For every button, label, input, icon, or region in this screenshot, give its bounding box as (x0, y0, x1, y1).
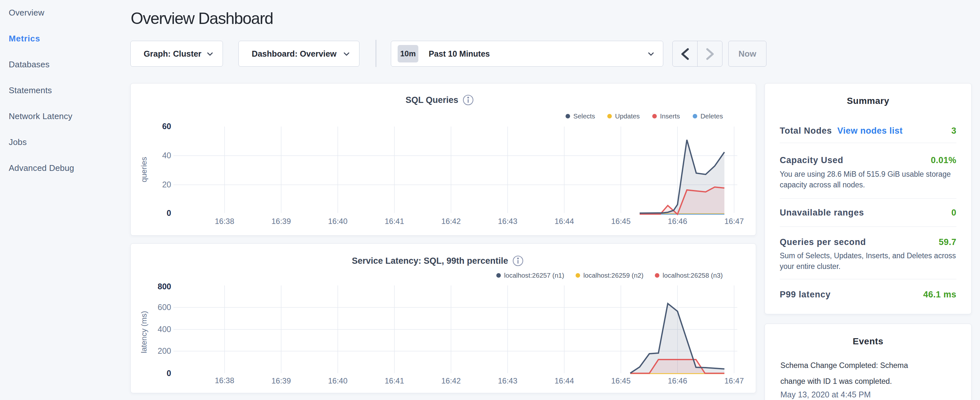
svg-text:16:47: 16:47 (724, 217, 744, 226)
svg-text:16:45: 16:45 (611, 376, 631, 385)
svg-text:16:41: 16:41 (385, 217, 404, 226)
svg-text:16:40: 16:40 (328, 217, 347, 226)
svg-text:16:42: 16:42 (441, 376, 461, 385)
svg-text:16:42: 16:42 (441, 217, 461, 226)
svg-text:16:45: 16:45 (611, 217, 631, 226)
svg-text:20: 20 (162, 180, 171, 189)
svg-text:SQL Queries: SQL Queries (406, 95, 458, 105)
svg-text:16:43: 16:43 (498, 376, 517, 385)
svg-text:16:40: 16:40 (328, 376, 347, 385)
svg-text:40: 40 (162, 151, 171, 160)
svg-text:Service Latency: SQL, 99th per: Service Latency: SQL, 99th percentile (352, 256, 508, 266)
svg-text:16:44: 16:44 (555, 376, 574, 385)
svg-text:16:44: 16:44 (555, 217, 574, 226)
svg-text:16:47: 16:47 (724, 376, 744, 385)
svg-text:400: 400 (158, 325, 171, 334)
svg-text:800: 800 (158, 282, 171, 291)
svg-text:16:39: 16:39 (272, 376, 291, 385)
svg-text:16:46: 16:46 (668, 217, 687, 226)
svg-text:16:43: 16:43 (498, 217, 517, 226)
svg-text:latency (ms): latency (ms) (140, 311, 148, 354)
svg-text:60: 60 (162, 122, 171, 131)
svg-text:16:46: 16:46 (668, 376, 687, 385)
svg-text:16:41: 16:41 (385, 376, 404, 385)
svg-text:0: 0 (167, 209, 171, 217)
svg-text:16:38: 16:38 (215, 376, 234, 385)
svg-text:600: 600 (158, 303, 171, 312)
svg-text:16:38: 16:38 (215, 217, 234, 226)
svg-text:queries: queries (140, 157, 148, 183)
svg-text:16:39: 16:39 (272, 217, 291, 226)
svg-text:200: 200 (158, 346, 171, 355)
svg-text:0: 0 (167, 369, 171, 378)
